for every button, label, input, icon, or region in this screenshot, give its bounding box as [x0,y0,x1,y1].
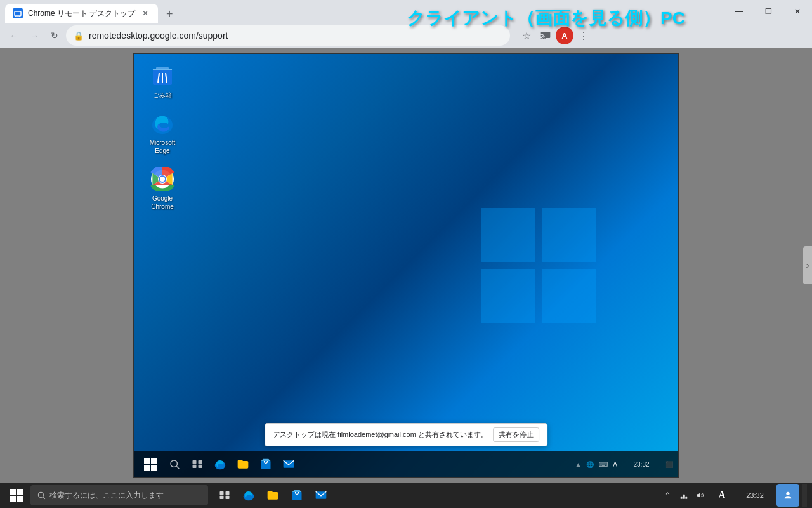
svg-rect-42 [226,496,230,499]
svg-rect-23 [151,465,157,471]
svg-rect-44 [292,492,302,500]
svg-rect-41 [220,496,224,499]
taskbar-task-view[interactable] [213,484,236,507]
google-chrome-icon[interactable]: Google Chrome [140,164,185,213]
minimize-button[interactable]: — [724,0,754,23]
desktop-icons: ごみ箱 Microsoft Edge [140,60,185,213]
tray-chevron[interactable]: ⌃ [660,488,675,503]
windows-desktop: ごみ箱 Microsoft Edge [134,54,678,477]
remote-task-view-icon[interactable] [187,454,207,474]
tray-icons: ⌃ [660,488,708,503]
security-lock-icon: 🔒 [74,31,84,41]
svg-rect-48 [685,497,687,499]
sharing-text: デスクトップは現在 filmloademet@gmail.com と共有されてい… [273,430,488,439]
svg-point-24 [171,460,178,467]
svg-marker-49 [697,493,700,498]
svg-rect-26 [193,460,197,464]
remote-explorer-icon[interactable] [233,454,253,474]
tab-area: Chrome リモート デスクトップ ✕ + [0,0,178,23]
svg-rect-7 [542,269,596,323]
svg-line-25 [176,466,179,469]
recycle-bin-image [150,63,175,88]
svg-rect-28 [193,465,197,468]
taskbar-store[interactable] [285,484,308,507]
recycle-bin-icon[interactable]: ごみ箱 [140,60,185,102]
remote-taskbar: ▲ 🌐 ⌨ A 23:32 ⬛ [134,451,678,477]
svg-rect-22 [144,465,150,471]
taskbar-explorer[interactable] [261,484,284,507]
maximize-button[interactable]: ❐ [754,0,783,23]
svg-rect-40 [226,491,230,495]
clock-time: 23:32 [746,491,764,499]
svg-rect-31 [261,461,271,469]
address-bar: ← → ↻ 🔒 remotedesktop.google.com/support… [0,23,812,48]
sharing-banner: デスクトップは現在 filmloademet@gmail.com と共有されてい… [265,423,547,446]
microsoft-edge-icon[interactable]: Microsoft Edge [140,108,185,157]
svg-rect-33 [10,489,16,495]
recycle-bin-label: ごみ箱 [153,91,172,99]
edge-image [150,110,175,136]
svg-rect-47 [681,497,683,499]
svg-rect-6 [481,269,535,323]
search-placeholder: 検索するには、ここに入力します [49,490,164,501]
reload-button[interactable]: ↻ [46,27,63,44]
remote-search-icon[interactable] [164,454,185,474]
show-desktop-button[interactable] [802,484,807,507]
svg-rect-36 [17,496,23,502]
win11-clock[interactable]: 23:32 [736,491,774,499]
tray-volume[interactable] [693,488,708,503]
back-button[interactable]: ← [5,27,23,44]
win11-search-bar[interactable]: 検索するには、ここに入力します [30,485,208,505]
taskbar-icons [213,484,332,507]
close-button[interactable]: ✕ [783,0,812,23]
remote-desktop-viewport[interactable]: ごみ箱 Microsoft Edge [133,53,679,478]
svg-point-37 [38,492,43,497]
side-handle[interactable]: › [803,246,812,284]
taskbar-mail[interactable] [310,484,332,507]
windows-logo-watermark [475,202,602,329]
tab-favicon [13,8,23,18]
new-tab-button[interactable]: + [160,5,178,23]
title-bar: Chrome リモート デスクトップ ✕ + クライアント（画面を見る側）PC … [0,0,812,23]
browser-tab[interactable]: Chrome リモート デスクトップ ✕ [5,4,158,23]
remote-store-icon[interactable] [256,454,276,474]
svg-rect-34 [17,489,23,495]
svg-rect-29 [199,465,202,468]
annotation-text: クライアント（画面を見る側）PC [407,6,685,30]
remote-start-button[interactable] [139,453,162,476]
win11-start-button[interactable] [5,484,28,507]
tab-title: Chrome リモート デスクトップ [28,8,135,19]
remote-taskbar-right: ▲ 🌐 ⌨ A 23:32 ⬛ [575,461,673,468]
remote-clock: 23:32 [622,461,660,468]
win11-taskbar: 検索するには、ここに入力します [0,483,812,508]
input-method-icon[interactable]: A [710,484,733,507]
chrome-label: Google Chrome [143,194,182,211]
user-profile-taskbar[interactable] [776,484,799,507]
svg-rect-35 [10,496,16,502]
remote-mail-icon[interactable] [278,454,299,474]
svg-rect-27 [199,460,202,464]
stop-sharing-button[interactable]: 共有を停止 [493,427,539,442]
win11-tray: ⌃ A 23:32 [660,484,807,507]
tab-close-button[interactable]: ✕ [140,8,150,18]
svg-rect-46 [683,495,685,499]
content-area: ごみ箱 Microsoft Edge [0,48,812,483]
forward-button[interactable]: → [25,27,43,44]
url-text: remotedesktop.google.com/support [89,30,502,41]
window-controls: — ❐ ✕ [724,0,812,23]
chrome-image [150,166,175,192]
chrome-browser: Chrome リモート デスクトップ ✕ + クライアント（画面を見る側）PC … [0,0,812,483]
svg-rect-21 [151,458,157,464]
svg-rect-5 [542,208,596,262]
taskbar-edge[interactable] [237,484,260,507]
tray-network[interactable] [676,488,691,503]
svg-point-50 [786,492,789,495]
svg-rect-20 [144,458,150,464]
svg-rect-39 [220,491,224,495]
svg-rect-4 [481,208,535,262]
svg-point-19 [160,177,165,182]
svg-line-38 [43,497,45,499]
remote-edge-icon[interactable] [210,454,230,474]
edge-label: Microsoft Edge [143,138,182,155]
